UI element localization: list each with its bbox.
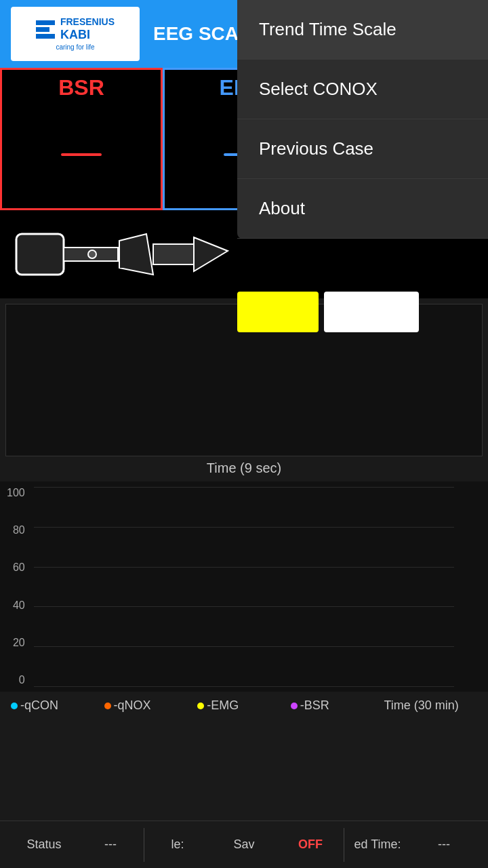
gridline-60 xyxy=(34,567,454,568)
legend-time-label: Time (30 min) xyxy=(384,698,458,713)
gridline-100 xyxy=(34,487,454,488)
legend-emg-label: -EMG xyxy=(207,698,239,713)
ylabel-100: 100 xyxy=(7,487,25,499)
elapsed-label: ed Time: xyxy=(344,837,411,852)
gridline-0 xyxy=(34,686,454,687)
dropdown-previous-case[interactable]: Previous Case xyxy=(237,119,488,179)
ylabel-60: 60 xyxy=(13,561,25,574)
metric-bsr[interactable]: BSR xyxy=(0,68,163,210)
ylabel-40: 40 xyxy=(13,599,25,612)
qcon-label: -qCON xyxy=(20,698,58,713)
svg-rect-0 xyxy=(16,234,64,275)
logo-text: FRESENIUS KABI xyxy=(60,17,115,41)
legend-time: Time (30 min) xyxy=(384,698,477,713)
metric-bsr-value xyxy=(61,100,102,208)
legend-bsr-dot xyxy=(291,703,298,709)
legend-emg: -EMG xyxy=(197,698,291,713)
legend-qnox: -qNOX xyxy=(104,698,198,713)
status-value: --- xyxy=(77,837,144,852)
save-value: Sav xyxy=(211,837,277,852)
dropdown-select-conox[interactable]: Select CONOX xyxy=(237,60,488,119)
save-label: le: xyxy=(144,837,211,852)
legend-row: -qCON -qNOX -EMG -BSR Time (30 min) xyxy=(0,692,488,719)
trend-inner xyxy=(34,487,454,686)
logo-stripes xyxy=(36,20,55,39)
legend-bsr: -BSR xyxy=(291,698,384,713)
stripe-3 xyxy=(36,34,55,39)
ylabel-80: 80 xyxy=(13,524,25,536)
eeg-xlabel: Time (9 sec) xyxy=(5,456,483,476)
kabi-label: KABI xyxy=(60,28,115,42)
metric-bsr-label: BSR xyxy=(58,75,104,100)
svg-rect-2 xyxy=(153,244,194,264)
qnox-dot xyxy=(104,703,111,709)
logo: FRESENIUS KABI caring for life xyxy=(11,7,140,61)
action-buttons xyxy=(237,292,419,332)
status-bar: Status --- le: Sav OFF ed Time: --- xyxy=(0,821,488,868)
legend-bsr-label: -BSR xyxy=(300,698,329,713)
white-button[interactable] xyxy=(324,292,419,332)
fresenius-label: FRESENIUS xyxy=(60,17,115,27)
trend-yaxis: 100 80 60 40 20 0 xyxy=(7,487,25,686)
elapsed-value: --- xyxy=(411,837,477,852)
off-label: OFF xyxy=(277,837,344,852)
status-label: Status xyxy=(11,837,77,852)
gridline-80 xyxy=(34,527,454,528)
ylabel-0: 0 xyxy=(19,674,25,686)
dropdown-menu: Trend Time Scale Select CONOX Previous C… xyxy=(237,0,488,239)
qnox-label: -qNOX xyxy=(114,698,151,713)
stripe-1 xyxy=(36,20,55,25)
svg-point-3 xyxy=(88,250,96,258)
legend-emg-dot xyxy=(197,703,204,709)
tagline-label: caring for life xyxy=(56,43,94,51)
qcon-dot xyxy=(11,703,18,709)
bsr-dash xyxy=(61,153,102,156)
yellow-button[interactable] xyxy=(237,292,319,332)
legend-qcon: -qCON xyxy=(11,698,104,713)
sensor-icon xyxy=(11,217,241,292)
dropdown-about[interactable]: About xyxy=(237,179,488,239)
trend-chart: 100 80 60 40 20 0 xyxy=(0,481,488,692)
gridline-40 xyxy=(34,606,454,607)
gridline-20 xyxy=(34,646,454,647)
stripe-2 xyxy=(36,27,49,32)
dropdown-trend-time-scale[interactable]: Trend Time Scale xyxy=(237,0,488,60)
ylabel-20: 20 xyxy=(13,637,25,649)
